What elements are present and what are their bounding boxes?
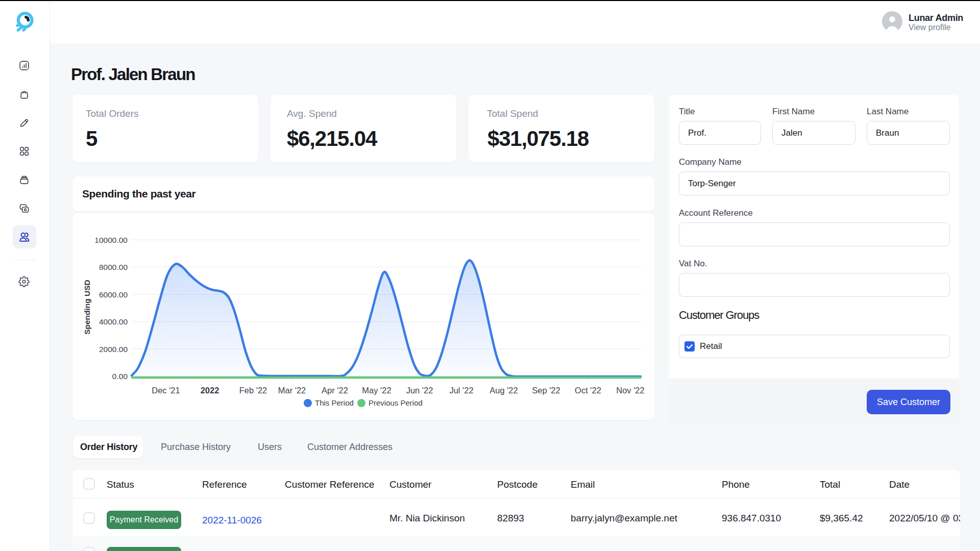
svg-text:Mar '22: Mar '22 <box>278 386 306 395</box>
svg-text:This Period: This Period <box>315 398 354 407</box>
svg-text:8000.00: 8000.00 <box>99 263 128 271</box>
svg-text:May '22: May '22 <box>362 386 391 395</box>
svg-text:Oct '22: Oct '22 <box>575 386 601 395</box>
svg-text:Sep '22: Sep '22 <box>532 386 560 395</box>
svg-text:Apr '22: Apr '22 <box>322 386 348 395</box>
svg-text:2022: 2022 <box>201 386 219 395</box>
svg-text:Spending USD: Spending USD <box>83 280 91 335</box>
svg-text:Feb '22: Feb '22 <box>239 386 267 395</box>
svg-text:Previous Period: Previous Period <box>369 398 423 407</box>
svg-text:Dec '21: Dec '21 <box>152 386 180 395</box>
svg-text:Aug '22: Aug '22 <box>489 386 518 395</box>
svg-text:Jul '22: Jul '22 <box>449 386 473 395</box>
svg-text:0.00: 0.00 <box>112 372 128 381</box>
svg-text:Nov '22: Nov '22 <box>616 386 644 395</box>
svg-text:4000.00: 4000.00 <box>99 317 128 326</box>
svg-text:Jun '22: Jun '22 <box>406 386 433 395</box>
svg-text:10000.00: 10000.00 <box>94 236 128 244</box>
svg-text:2000.00: 2000.00 <box>99 345 128 354</box>
svg-text:6000.00: 6000.00 <box>99 290 128 299</box>
